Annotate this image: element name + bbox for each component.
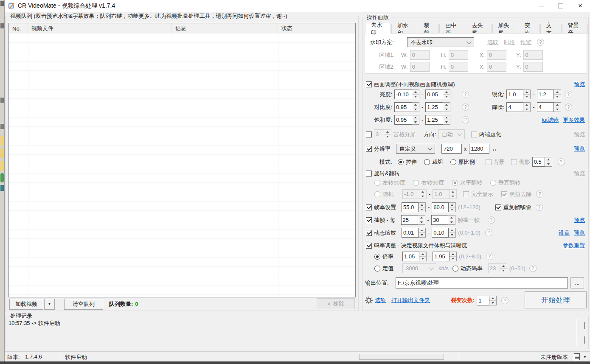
spinner-down-button[interactable] [443,94,450,99]
load-video-button[interactable]: 加载视频 [9,299,43,310]
gear-icon[interactable] [365,297,373,304]
spinner-up-button[interactable] [443,103,450,107]
zoom-max-spinner[interactable]: 0.10 [432,228,456,238]
original-ratio-radio[interactable] [450,159,456,165]
help-icon[interactable]: ? [462,116,469,123]
frame-extract-checkbox[interactable] [366,217,372,223]
full-display-checkbox[interactable] [463,191,469,197]
denoise-max-spinner[interactable]: 4 [537,102,561,112]
spinner-up-button[interactable] [450,252,456,256]
swap-dimensions-icon[interactable]: ↔ [492,145,498,152]
horizontal-flip-radio[interactable] [452,180,458,186]
direction-select[interactable]: 自动 [438,129,465,139]
dynamic-bitrate-radio[interactable] [452,266,458,272]
watermark-pick-link[interactable]: 选取 [487,39,498,46]
log-scroll-up-button[interactable] [584,323,585,329]
region2-w-input[interactable]: 0 [410,62,430,72]
framerate-min-spinner[interactable]: 55.0 [402,202,426,212]
help-icon[interactable]: ? [565,91,572,98]
spinner-up-button[interactable] [412,115,419,120]
spinner-up-button[interactable] [443,115,450,120]
mirror-spinner[interactable]: 0.5 [532,157,552,167]
tab-remove-head-tail[interactable]: 去头尾 [466,24,492,34]
spinner-down-button[interactable] [489,300,496,305]
help-icon[interactable]: ? [501,297,509,304]
zoom-settings-link[interactable]: 设置 [559,229,570,237]
spinner-down-button[interactable] [412,120,419,124]
spinner-up-button[interactable] [500,264,507,268]
help-icon[interactable]: ? [536,204,543,211]
spinner-up-button[interactable] [418,216,425,220]
help-icon[interactable]: ? [558,158,565,165]
watermark-preview-link[interactable]: 预览 [520,39,531,46]
tab-picture-in-picture[interactable]: 画中画 [439,24,465,34]
stretch-radio[interactable] [398,159,404,165]
fixed-bitrate-select[interactable]: 3000 [402,263,436,273]
spinner-down-button[interactable] [449,232,455,237]
resolution-checkbox[interactable] [366,146,372,152]
remove-button[interactable]: × 移除 [317,298,355,309]
spinner-up-button[interactable] [545,157,552,162]
spinner-down-button[interactable] [419,207,425,212]
queue-table-body[interactable] [9,34,355,297]
spinner-down-button[interactable] [523,107,530,112]
sharpen-max-spinner[interactable]: 1.2 [537,90,561,99]
load-video-dropdown-button[interactable]: ▼ [44,299,55,310]
grid-split-checkbox[interactable] [366,132,372,137]
spinner-down-button[interactable] [554,94,561,99]
region1-w-input[interactable]: 0 [410,50,430,60]
adjust-checkbox[interactable] [366,81,372,87]
fade-ends-checkbox[interactable] [471,132,477,137]
tab-speed[interactable]: 变速 [519,24,540,34]
help-icon[interactable]: ? [462,104,469,111]
rotate-checkbox[interactable] [366,171,372,176]
statusbar-dropdown-icon[interactable]: ▼ [583,355,587,359]
spinner-down-button[interactable] [419,256,426,261]
rotate-max-spinner[interactable]: 1.0 [433,189,457,199]
background-checkbox[interactable] [486,159,492,165]
grid-count-spinner[interactable]: 3 [374,129,391,139]
rotate-right-radio[interactable] [413,180,419,186]
help-icon[interactable]: ? [462,91,469,98]
spinner-down-button[interactable] [419,194,426,199]
start-processing-button[interactable]: 开始处理 [525,291,587,308]
extract-max-spinner[interactable]: 30 [431,215,455,225]
watermark-scheme-select[interactable]: 不去水印 [407,37,474,47]
rotate-min-spinner[interactable]: -1.0 [402,189,427,199]
crop-radio[interactable] [424,159,430,165]
saturation-min-spinner[interactable]: 0.95 [394,115,419,125]
spinner-up-button[interactable] [419,203,425,207]
column-header-no[interactable]: No. [9,23,28,34]
region1-x-input[interactable]: 0 [487,50,506,60]
spinner-up-button[interactable] [523,103,530,107]
spinner-up-button[interactable] [489,296,496,300]
more-effects-link[interactable]: 更多效果 [563,116,585,124]
contrast-max-spinner[interactable]: 1.25 [425,102,450,112]
resolution-width-input[interactable]: 720 [441,144,462,154]
tab-add-head-tail[interactable]: 加头尾 [492,24,518,34]
spinner-up-button[interactable] [554,103,561,107]
rotate-left-radio[interactable] [374,180,380,186]
spinner-down-button[interactable] [545,162,552,166]
queue-table[interactable]: No. 视频文件 信息 状态 [8,23,356,297]
column-header-info[interactable]: 信息 [172,23,278,34]
zoom-min-spinner[interactable]: 0.01 [402,228,426,238]
extract-preview-link[interactable]: 预览 [574,216,585,224]
minimize-button[interactable] [531,0,551,12]
spinner-down-button[interactable] [523,94,530,99]
help-icon[interactable]: ? [565,104,572,111]
tab-text[interactable]: 文本 [540,24,562,34]
region2-y-input[interactable]: 0 [523,62,543,72]
brightness-max-spinner[interactable]: 0.05 [425,90,450,99]
bitrate-checkbox[interactable] [366,243,372,249]
region2-h-input[interactable]: 0 [449,62,468,72]
help-icon[interactable]: ? [537,39,544,46]
vertical-flip-radio[interactable] [490,180,496,186]
multiplier-radio[interactable] [374,254,380,260]
tab-add-watermark[interactable]: 加水印 [391,24,417,34]
mirror-checkbox[interactable] [511,159,517,165]
spinner-down-button[interactable] [443,120,450,124]
help-icon[interactable]: ? [529,265,537,272]
maximize-button[interactable] [551,0,570,12]
framerate-checkbox[interactable] [366,204,372,210]
